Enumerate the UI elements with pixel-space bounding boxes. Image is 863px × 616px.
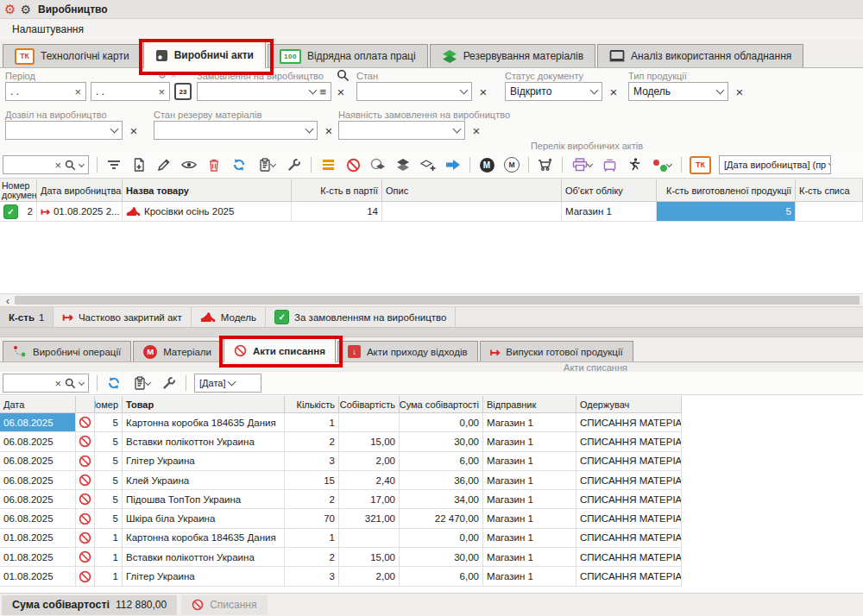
column-header[interactable]: Собівартість (339, 396, 400, 413)
writeoff-search-input[interactable]: × (3, 374, 89, 393)
acts-sort-select[interactable]: [Дата виробництва] (пр (719, 155, 831, 174)
reserve-clear-button[interactable]: × (322, 121, 336, 140)
writeoff-acts-button[interactable] (344, 156, 362, 173)
column-header[interactable]: Назва товару (123, 179, 292, 202)
table-row[interactable]: 06.08.2025 5Картонна коробка 184635 Дани… (0, 413, 682, 432)
period-clear-icon[interactable]: × (171, 71, 176, 80)
table-row[interactable]: 01.08.2025 1Вставки полікоттон Украина21… (0, 548, 682, 567)
cell-sender[interactable]: Магазин 1 (483, 452, 576, 471)
cell-produced-qty[interactable]: 5 (657, 202, 796, 222)
service-button[interactable] (286, 156, 303, 173)
cell-qty[interactable]: 2 (285, 490, 339, 509)
cell-product[interactable]: Вставки полікоттон Украина (123, 548, 285, 567)
column-header[interactable]: Номер (95, 396, 123, 413)
permission-select[interactable] (5, 121, 123, 140)
cell-icon[interactable] (76, 452, 95, 471)
cell-product[interactable]: Картонна коробка 184635 Дания (123, 413, 285, 432)
cell-receiver[interactable]: СПИСАННЯ МАТЕРІАЛ... (576, 529, 682, 548)
chevron-down-icon[interactable] (79, 379, 85, 385)
cell-icon[interactable] (76, 490, 95, 509)
chevron-down-icon[interactable] (309, 86, 318, 95)
cell-qty[interactable]: 1 (285, 413, 339, 432)
cell-product[interactable]: Підошва ТопТоп Украина (123, 490, 285, 509)
cell-date[interactable]: 01.08.2025 (0, 567, 76, 586)
doc-status-select[interactable]: Відкрито (505, 82, 602, 101)
cell-sender[interactable]: Магазин 1 (483, 509, 576, 528)
tk-button[interactable]: ТК (690, 156, 711, 174)
period-settings-gear-icon[interactable]: ⚙ (158, 71, 167, 80)
cell-receiver[interactable]: СПИСАННЯ МАТЕРІАЛ... (576, 509, 682, 528)
cell-doc-number[interactable]: ✓ 2 (0, 202, 37, 222)
cell-total[interactable]: 30,00 (400, 548, 483, 567)
tab-production-operations[interactable]: Виробничі операції (3, 341, 131, 361)
cell-qty[interactable]: 70 (285, 509, 339, 528)
tab-equipment-analysis[interactable]: Аналіз використання обладнання (597, 44, 803, 67)
order-filter-select[interactable]: ≡ (197, 82, 331, 101)
operations-list-button[interactable] (319, 156, 337, 173)
table-row[interactable]: 06.08.2025 5Вставки полікоттон Украина21… (0, 432, 682, 451)
cell-receiver[interactable]: СПИСАННЯ МАТЕРІАЛ... (576, 452, 682, 471)
cell-sender[interactable]: Магазин 1 (483, 490, 576, 509)
cell-date[interactable]: 06.08.2025 (0, 452, 76, 471)
column-header[interactable]: Кількість (285, 396, 339, 413)
cell-date[interactable]: 06.08.2025 (0, 432, 76, 451)
calendar-icon[interactable]: 23 (174, 83, 192, 100)
cell-icon[interactable] (76, 471, 95, 490)
cell-product-name[interactable]: Кросівки осінь 2025 (123, 202, 292, 222)
cell-number[interactable]: 5 (95, 490, 123, 509)
filter-button[interactable] (105, 156, 123, 173)
cell-receiver[interactable]: СПИСАННЯ МАТЕРІАЛ... (576, 548, 682, 567)
legend-by-order[interactable]: ✓ За замовленням на виробництво (266, 307, 456, 327)
chevron-down-icon[interactable] (828, 160, 831, 168)
clear-search-icon[interactable]: × (54, 378, 61, 389)
tab-waste-income-acts[interactable]: ↓ Акти приходу відходів (337, 341, 478, 361)
acts-search-input[interactable]: × (3, 155, 89, 174)
new-document-button[interactable] (130, 156, 148, 173)
cell-total[interactable]: 0,00 (400, 413, 483, 432)
order-presence-select[interactable] (338, 121, 465, 140)
writeoff-sort-select[interactable]: [Дата] (194, 374, 261, 393)
cell-number[interactable]: 1 (95, 567, 123, 586)
state-clear-button[interactable]: × (476, 82, 490, 101)
cell-icon[interactable] (76, 509, 95, 528)
table-row[interactable]: 06.08.2025 5Глітер Украина32,006,00Магаз… (0, 452, 682, 471)
report-button[interactable] (255, 156, 278, 173)
panel-splitter[interactable] (0, 327, 863, 337)
service-button[interactable] (161, 374, 178, 392)
column-header[interactable]: К-сть списа (796, 179, 863, 202)
legend-model[interactable]: Модель (192, 307, 266, 327)
reserve-state-select[interactable] (154, 121, 318, 140)
delete-button[interactable] (205, 156, 223, 173)
settings-gear-icon[interactable]: ⚙ (20, 3, 31, 16)
materials-button[interactable]: М (478, 156, 495, 173)
chevron-down-icon[interactable] (79, 160, 85, 167)
column-header[interactable]: Опис (382, 179, 562, 202)
list-picker-icon[interactable]: ≡ (319, 86, 326, 97)
cell-product[interactable]: Клей Украина (123, 471, 285, 490)
column-header[interactable]: К-сть виготовленої продукції (657, 179, 796, 202)
table-row[interactable]: ✓ 2 ↦ 01.08.2025 2... Кросівки осінь 202… (0, 202, 863, 222)
cell-number[interactable]: 5 (95, 452, 123, 471)
tab-piecework-pay[interactable]: 100 Відрядна оплата праці (268, 44, 428, 67)
column-header[interactable]: Товар (123, 396, 285, 413)
add-layer-button[interactable] (419, 156, 437, 173)
cell-sender[interactable]: Магазин 1 (483, 567, 576, 586)
table-row[interactable]: 06.08.2025 5Підошва ТопТоп Украина217,00… (0, 490, 682, 509)
view-button[interactable] (180, 156, 198, 173)
tab-finished-goods[interactable]: ↦ Випуски готової продукції (480, 341, 633, 361)
permission-clear-button[interactable]: × (127, 121, 141, 140)
purchase-button[interactable] (537, 156, 554, 173)
column-header[interactable]: Дата виробництва (37, 179, 123, 202)
cell-receiver[interactable]: СПИСАННЯ МАТЕРІАЛ... (576, 490, 682, 509)
tab-materials[interactable]: М Матеріали (133, 341, 222, 361)
column-header[interactable]: Дата (0, 396, 76, 413)
order-presence-clear-button[interactable]: × (469, 121, 483, 140)
column-header[interactable]: Відправник (483, 396, 576, 413)
chevron-down-icon[interactable] (453, 125, 462, 134)
cell-sender[interactable]: Магазин 1 (483, 471, 576, 490)
product-type-select[interactable]: Модель (628, 82, 728, 101)
chevron-down-icon[interactable] (716, 86, 725, 95)
cell-qty[interactable]: 15 (285, 471, 339, 490)
cell-qty[interactable]: 2 (285, 548, 339, 567)
column-header[interactable]: Одержувач (576, 396, 682, 413)
